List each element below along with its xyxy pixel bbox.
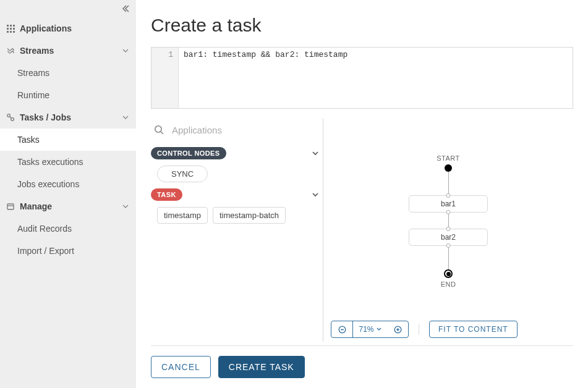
tasks-icon [5, 113, 16, 122]
page-title: Create a task [151, 15, 573, 36]
flow-canvas[interactable]: START bar1 bar2 END [323, 119, 573, 314]
chevron-down-icon [312, 150, 319, 157]
port[interactable] [446, 243, 451, 248]
search-icon [153, 124, 164, 135]
dsl-editor[interactable]: 1 bar1: timestamp && bar2: timestamp [151, 47, 573, 109]
chevron-down-icon [122, 203, 129, 209]
sidebar-group-label: Manage [20, 201, 52, 211]
end-node[interactable] [444, 269, 453, 278]
sidebar-item-label: Runtime [17, 90, 49, 100]
sidebar-item-tasks[interactable]: Tasks [0, 129, 136, 151]
toolbox-item-timestamp[interactable]: timestamp [157, 207, 208, 224]
svg-rect-8 [13, 31, 15, 33]
editor-code[interactable]: bar1: timestamp && bar2: timestamp [179, 48, 573, 108]
svg-rect-11 [7, 204, 14, 209]
sidebar-item-label: Audit Records [17, 224, 72, 234]
streams-icon [5, 46, 16, 55]
toolbox-category-task[interactable]: TASK [151, 188, 323, 201]
sidebar-item-label: Jobs executions [17, 179, 79, 189]
chevron-down-icon [122, 48, 129, 54]
sidebar-item-label: Tasks [17, 135, 40, 145]
sidebar-group-label: Streams [20, 46, 54, 56]
sidebar-item-label: Streams [17, 68, 49, 78]
sidebar-item-label: Tasks executions [17, 157, 83, 167]
collapse-sidebar-icon[interactable] [121, 4, 130, 13]
edge [448, 246, 449, 269]
edge [448, 213, 449, 229]
sidebar-item-audit[interactable]: Audit Records [0, 217, 136, 240]
svg-point-9 [7, 114, 11, 117]
port[interactable] [446, 227, 451, 231]
svg-rect-6 [7, 31, 9, 33]
svg-rect-7 [10, 31, 12, 33]
control-nodes-pill: CONTROL NODES [151, 147, 226, 159]
toolbox-item-sync[interactable]: SYNC [157, 166, 208, 182]
svg-rect-3 [7, 28, 9, 30]
zoom-out-button[interactable] [331, 321, 352, 337]
svg-rect-2 [13, 25, 15, 27]
toolbox: CONTROL NODES SYNC TASK timestamp t [151, 119, 323, 342]
cancel-button[interactable]: CANCEL [151, 356, 211, 378]
svg-rect-1 [10, 25, 12, 27]
sidebar-item-applications[interactable]: Applications [0, 17, 136, 40]
editor-gutter: 1 [151, 48, 179, 108]
svg-point-10 [11, 118, 14, 121]
footer-actions: CANCEL CREATE TASK [151, 345, 573, 378]
svg-rect-4 [10, 28, 12, 30]
start-node[interactable] [445, 164, 452, 172]
canvas-pane: START bar1 bar2 END [323, 119, 573, 342]
manage-icon [5, 202, 16, 211]
start-label: START [437, 154, 460, 162]
port[interactable] [446, 193, 451, 198]
toolbox-search-input[interactable] [171, 124, 320, 136]
chevron-down-icon [312, 191, 319, 198]
toolbox-category-control[interactable]: CONTROL NODES [151, 147, 323, 159]
sidebar-group-label: Tasks / Jobs [20, 112, 71, 122]
zoom-in-button[interactable] [387, 321, 408, 337]
sidebar: Applications Streams Streams Runtime Tas… [0, 0, 136, 388]
sidebar-group-manage[interactable]: Manage [0, 195, 136, 217]
zoom-value-dropdown[interactable]: 71% [352, 321, 387, 337]
svg-point-12 [155, 126, 161, 132]
sidebar-group-tasks[interactable]: Tasks / Jobs [0, 106, 136, 129]
edge [448, 172, 449, 195]
svg-rect-0 [7, 25, 9, 27]
zoom-value: 71% [359, 325, 373, 334]
fit-to-content-button[interactable]: FIT TO CONTENT [429, 321, 518, 338]
svg-rect-5 [13, 28, 15, 30]
task-pill: TASK [151, 188, 182, 201]
main: Create a task 1 bar1: timestamp && bar2:… [136, 0, 588, 388]
sidebar-item-label: Applications [20, 23, 72, 33]
apps-icon [5, 24, 16, 33]
zoom-control: 71% [331, 321, 409, 338]
sidebar-group-streams[interactable]: Streams [0, 40, 136, 62]
create-task-button[interactable]: CREATE TASK [218, 356, 305, 378]
toolbox-item-timestamp-batch[interactable]: timestamp-batch [213, 207, 286, 224]
sidebar-item-streams[interactable]: Streams [0, 62, 136, 84]
port[interactable] [446, 210, 451, 214]
divider [419, 324, 419, 335]
end-label: END [441, 280, 456, 288]
sidebar-item-import-export[interactable]: Import / Export [0, 240, 136, 262]
chevron-down-icon [122, 114, 129, 120]
chevron-down-icon [377, 327, 381, 332]
sidebar-item-jobs-executions[interactable]: Jobs executions [0, 173, 136, 195]
sidebar-item-label: Import / Export [17, 246, 74, 256]
line-number: 1 [151, 50, 173, 59]
sidebar-item-tasks-executions[interactable]: Tasks executions [0, 151, 136, 173]
sidebar-item-runtime[interactable]: Runtime [0, 84, 136, 106]
